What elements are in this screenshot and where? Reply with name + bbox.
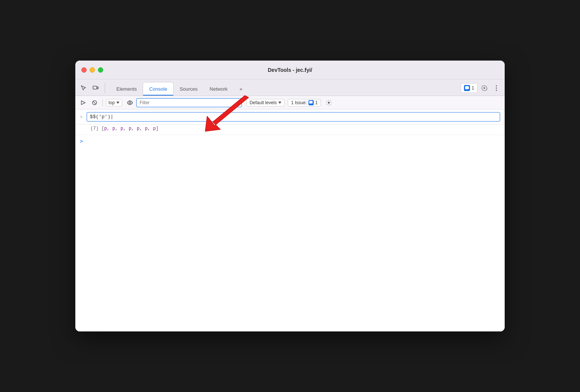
svg-rect-0 [93,86,97,89]
tab-bar-divider [105,83,105,93]
eye-icon[interactable] [125,98,135,108]
issues-button[interactable]: 1 Issue: 1 [288,99,321,106]
tab-bar: Elements Console Sources Network » 1 [75,79,505,96]
inspect-element-icon[interactable] [78,83,89,93]
tab-network[interactable]: Network [204,82,234,96]
maximize-button[interactable] [98,67,103,73]
svg-marker-6 [81,101,85,105]
title-bar: DevTools - jec.fyi/ [75,61,505,79]
console-output-row: (7) [p, p, p, p, p, p, p] [75,125,505,135]
svg-point-9 [129,102,131,103]
toolbar-divider [102,99,103,106]
minimize-button[interactable] [90,67,95,73]
prompt-chevron[interactable]: > [80,138,83,144]
close-button[interactable] [81,67,87,73]
clear-console-icon[interactable] [90,98,99,108]
traffic-lights [81,67,103,73]
svg-point-3 [496,85,497,87]
svg-rect-10 [309,101,313,103]
device-toolbar-icon[interactable] [90,83,101,93]
window-title: DevTools - jec.fyi/ [268,67,312,73]
output-count: (7) [90,126,99,131]
console-content: × (7) [p, p, p, p, p, p, p] > [75,109,505,331]
tab-elements[interactable]: Elements [110,82,143,96]
filter-input[interactable] [136,98,242,107]
issues-chat-icon [308,100,314,105]
run-script-icon[interactable] [78,98,88,108]
svg-point-11 [328,102,330,103]
tab-more[interactable]: » [234,82,248,96]
svg-rect-1 [97,87,98,89]
console-clear-button[interactable]: × [80,114,83,120]
output-array: [p, p, p, p, p, p, p] [102,126,159,131]
levels-select[interactable]: Default levels [246,99,285,106]
console-input[interactable] [87,112,500,122]
issues-badge-button[interactable]: 1 [461,83,478,93]
tab-sources[interactable]: Sources [174,82,204,96]
tab-bar-icons [78,83,107,96]
svg-point-5 [496,90,497,91]
chat-icon [464,85,470,91]
prompt-row: > [75,135,505,147]
console-settings-icon[interactable] [324,98,334,108]
context-select[interactable]: top [106,99,122,106]
svg-line-8 [93,101,96,104]
tab-console[interactable]: Console [143,82,174,96]
console-toolbar: top Default levels 1 Issue: 1 [75,96,505,109]
console-input-row: × [75,109,505,125]
tab-bar-right: 1 [461,83,502,96]
svg-point-4 [496,88,497,89]
settings-icon[interactable] [479,83,490,93]
customize-icon[interactable] [491,83,502,93]
devtools-window: DevTools - jec.fyi/ Elements Console [75,61,505,331]
